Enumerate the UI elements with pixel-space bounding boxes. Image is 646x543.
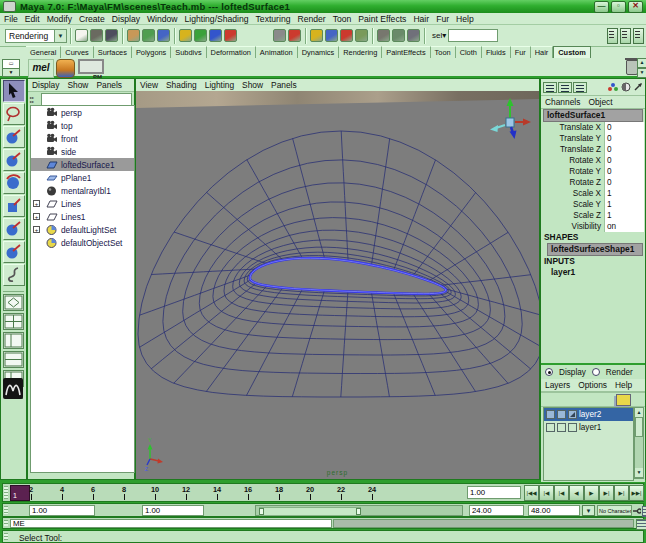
shelf-tab-general[interactable]: General [26,46,61,58]
render-view-icon[interactable] [377,29,390,42]
toggle-tool-settings-icon[interactable] [620,28,631,44]
scrollbar-thumb[interactable] [635,417,643,437]
layer-playback-checkbox[interactable] [557,410,566,419]
viewport-menu-shading[interactable]: Shading [166,80,197,90]
character-set-selector[interactable]: No Character Set [597,505,632,516]
layer-row-layer1[interactable]: layer1 [544,421,633,434]
expand-icon[interactable]: + [33,213,40,220]
minimize-button[interactable]: — [594,1,609,13]
layer-list-scrollbar[interactable]: ▲ ▼ [634,407,644,479]
viewport-canvas[interactable]: YZ persp [136,91,539,479]
shelf-item-pm[interactable]: PM [78,59,102,76]
four-pane-layout[interactable] [3,313,24,330]
shelf-menu-icon[interactable]: ▼ [2,69,20,77]
outliner-item-defaultobjectset[interactable]: defaultObjectSet [31,236,134,249]
menu-file[interactable]: File [4,14,18,24]
ipr-render-icon[interactable] [392,29,405,42]
outliner-item-persp[interactable]: persp [31,106,134,119]
toggle-channel-box-icon[interactable] [633,28,644,44]
expand-icon[interactable]: + [33,226,40,233]
render-settings-icon[interactable] [407,29,420,42]
move-tool[interactable] [3,149,25,171]
paint-select-tool[interactable] [3,126,25,148]
shelf-tab-custom[interactable]: Custom [553,46,591,58]
channel-value[interactable]: 1 [604,188,644,199]
manipulator-triad-icon[interactable] [607,82,619,92]
single-pane-layout[interactable] [3,294,24,311]
highlight-selection-icon[interactable] [288,29,301,42]
title-bar[interactable]: Maya 7.0: F:\Maya\FM\scenes\Teach.mb ---… [0,0,646,13]
scroll-down-icon[interactable]: ▼ [635,468,643,478]
menu-paint-effects[interactable]: Paint Effects [358,14,406,24]
channel-box-menu-object[interactable]: Object [588,97,612,107]
outliner-filter-icons[interactable]: ▸▸▸▸ [30,96,41,104]
play-forwards-button[interactable]: ▶ [584,485,599,501]
viewport-menu-panels[interactable]: Panels [271,80,297,90]
layer-visibility-checkbox[interactable] [546,423,555,432]
lock-icon[interactable] [273,29,286,42]
save-scene-icon[interactable] [105,29,118,42]
layer-editor-menu-options[interactable]: Options [578,380,607,390]
channel-value[interactable]: 0 [604,144,644,155]
channel-box-menu-channels[interactable]: Channels [545,97,580,107]
menu-display[interactable]: Display [112,14,140,24]
playback-start-field[interactable] [142,505,204,516]
shelf-tab-animation[interactable]: Animation [256,46,298,58]
range-end-handle[interactable] [356,508,361,515]
outliner-menu-panels[interactable]: Panels [96,80,122,90]
layer-type-checkbox[interactable] [568,410,577,419]
outliner-menu-display[interactable]: Display [32,80,59,90]
menu-help[interactable]: Help [456,14,474,24]
menu-texturing[interactable]: Texturing [256,14,291,24]
playback-end-field[interactable] [469,505,524,516]
auto-key-icon[interactable] [633,507,641,514]
mel-command-input[interactable] [10,519,332,528]
shelf-tab-toon[interactable]: Toon [431,46,456,58]
shelf-tab-cloth[interactable]: Cloth [456,46,482,58]
quick-select-input[interactable] [448,29,498,42]
menu-render[interactable]: Render [297,14,325,24]
shelf-tab-surfaces[interactable]: Surfaces [94,46,132,58]
command-line-grip[interactable] [4,520,8,526]
shelf-tab-deformation[interactable]: Deformation [207,46,256,58]
channel-node-header[interactable]: loftedSurface1 [543,109,643,122]
input-node-item[interactable]: layer1 [541,267,645,278]
output-connections-icon[interactable] [340,29,353,42]
timeline-grip[interactable] [4,486,8,499]
layer-row-layer2[interactable]: layer2 [544,408,633,421]
menu-lighting-shading[interactable]: Lighting/Shading [185,14,249,24]
shelf-tab-toggle-icon[interactable]: ▭ [2,59,20,69]
range-start-handle[interactable] [259,508,264,515]
channel-value[interactable]: on [604,221,644,232]
animation-start-field[interactable] [29,505,95,516]
layer-editor-menu-help[interactable]: Help [615,380,632,390]
anim-preferences-icon[interactable] [642,506,646,517]
quick-select-label[interactable]: sel▾ [432,31,446,40]
shelf-selector[interactable]: ▭ ▼ [2,59,22,76]
open-scene-icon[interactable] [90,29,103,42]
menu-set-selector[interactable]: Rendering ▼ [5,29,67,43]
channel-layout-icon-3[interactable] [573,82,587,93]
last-tool[interactable] [3,264,25,286]
channel-value[interactable]: 0 [604,133,644,144]
step-back-key-button[interactable]: |◀ [554,485,569,501]
shelf-tab-fluids[interactable]: Fluids [482,46,511,58]
shelf-tab-hair[interactable]: Hair [531,46,554,58]
help-line-grip[interactable] [4,533,8,540]
outliner-item-top[interactable]: top [31,119,134,132]
channel-value[interactable]: 0 [604,177,644,188]
channel-value[interactable]: 0 [604,166,644,177]
channel-value[interactable]: 0 [604,155,644,166]
maximize-button[interactable]: ▫ [611,1,626,13]
channel-layout-icon-2[interactable] [558,82,572,93]
current-time-field[interactable] [467,486,521,499]
menu-window[interactable]: Window [147,14,178,24]
select-object-icon[interactable] [142,29,155,42]
shelf-tab-polygons[interactable]: Polygons [132,46,171,58]
menu-toon[interactable]: Toon [333,14,352,24]
step-forward-key-button[interactable]: ▶| [599,485,614,501]
outliner-item-lines1[interactable]: +Lines1 [31,210,134,223]
layer-visibility-checkbox[interactable] [546,410,555,419]
outliner-item-side[interactable]: side [31,145,134,158]
time-slider[interactable]: 1 24681012141618202224 |◀◀|◀|◀◀▶▶|▶|▶▶| [2,483,644,502]
